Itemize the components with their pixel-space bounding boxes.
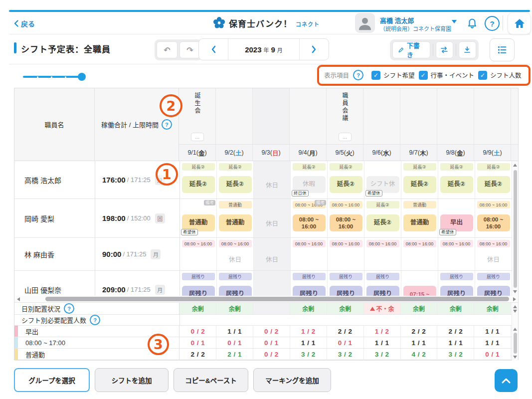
footer-tab-1[interactable]: グループを選択	[14, 368, 90, 392]
shift-chip[interactable]: 居残り	[330, 286, 362, 296]
current-month-label[interactable]: 2023 年 9 月	[228, 39, 300, 60]
display-option-checkbox[interactable]: ✓行事・イベント	[419, 70, 475, 80]
notifications-button[interactable]	[465, 15, 480, 30]
shift-chip[interactable]: 08:00 ~16:00	[293, 214, 326, 231]
summary-scroll-down-icon[interactable]	[513, 356, 517, 359]
shift-chip[interactable]: 延長②	[440, 176, 473, 193]
shift-cell[interactable]: 08:00 ~ 16:00	[291, 238, 328, 270]
event-cell[interactable]	[290, 88, 327, 144]
shift-cell[interactable]: 08:00 ~ 16:00	[180, 238, 217, 270]
shift-chip[interactable]: 延長②	[366, 214, 399, 231]
footer-tab-3[interactable]: コピー&ペースト	[174, 368, 248, 392]
shift-chip[interactable]: 延長②	[403, 176, 436, 193]
shift-cell[interactable]: 08:00 ~ 16:00	[401, 238, 438, 270]
footer-tab-4[interactable]: マーキングを追加	[253, 368, 331, 392]
scroll-to-top-button[interactable]	[495, 369, 518, 392]
checkbox-checked-icon[interactable]: ✓	[419, 71, 428, 80]
shift-chip[interactable]: 延長②	[477, 176, 510, 193]
vertical-scrollbar[interactable]	[512, 161, 518, 296]
shift-cell[interactable]: 08:00 ~ 16:00休日	[217, 238, 254, 270]
shift-cell[interactable]: 延長②延長②	[180, 161, 217, 199]
shift-chip[interactable]: 普通勤	[219, 214, 252, 231]
shift-cell[interactable]: 居残り居残り	[328, 271, 364, 296]
event-more-button[interactable]: …	[339, 133, 352, 141]
need-help-icon[interactable]: ?	[90, 315, 100, 325]
shift-cell[interactable]: 08:00 ~ 16:0008:00 ~16:00	[475, 199, 512, 237]
zoom-slider[interactable]	[23, 76, 82, 78]
scroll-left-arrow-icon[interactable]	[17, 297, 20, 301]
shift-chip[interactable]: 延長②	[219, 176, 252, 193]
event-cell[interactable]	[363, 88, 400, 144]
event-cell[interactable]	[253, 88, 290, 144]
event-cell[interactable]: 職員会議…	[327, 88, 363, 144]
shift-chip[interactable]: 延長②	[182, 176, 215, 193]
scroll-down-arrow-icon[interactable]	[513, 290, 517, 293]
shift-cell[interactable]: 休日	[254, 161, 291, 199]
shift-cell[interactable]: 居残り居残り	[475, 271, 512, 296]
daily-status-help-icon[interactable]: ?	[64, 303, 74, 314]
shift-cell[interactable]: 延長②延長②	[364, 199, 401, 237]
shift-cell[interactable]: 休日	[254, 199, 291, 237]
shift-cell[interactable]: シフト休希望休	[364, 161, 401, 199]
hours-help-icon[interactable]: ?	[162, 119, 172, 130]
event-cell[interactable]	[216, 88, 253, 144]
shift-cell[interactable]: 居残り居残り	[180, 271, 217, 296]
scroll-up-arrow-icon[interactable]	[513, 164, 517, 167]
vertical-scroll-thumb[interactable]	[514, 170, 517, 288]
undo-button[interactable]: ↶	[157, 41, 177, 58]
redo-button[interactable]: ↷	[179, 41, 200, 58]
user-name[interactable]: 高橋 浩太郎	[380, 15, 414, 25]
shift-cell[interactable]: 延長②延長②	[328, 161, 364, 199]
download-button[interactable]	[459, 41, 476, 58]
summary-spin-up-icon[interactable]	[513, 305, 517, 308]
shift-cell[interactable]: 延長②延長②	[475, 161, 512, 199]
summary-spin-down-icon[interactable]	[513, 310, 517, 313]
sync-button[interactable]	[436, 41, 453, 58]
shift-cell[interactable]: 08:00 ~ 16:0008:00 ~16:00備考	[291, 199, 328, 237]
checkbox-checked-icon[interactable]: ✓	[478, 71, 487, 80]
display-option-checkbox[interactable]: ✓シフト人数	[478, 70, 522, 80]
summary-scroll-thumb[interactable]	[514, 333, 517, 354]
display-option-checkbox[interactable]: ✓シフト希望	[371, 70, 415, 80]
slider-handle[interactable]	[78, 73, 86, 81]
avatar[interactable]	[355, 13, 375, 33]
shift-chip[interactable]: 居残り	[293, 286, 326, 296]
user-menu-caret-icon[interactable]	[452, 20, 457, 23]
shift-cell[interactable]	[254, 271, 291, 296]
shift-cell[interactable]: 08:00 ~ 16:0008:00 ~16:00	[328, 199, 364, 237]
event-more-button[interactable]: …	[191, 133, 204, 141]
checkbox-checked-icon[interactable]: ✓	[371, 71, 380, 80]
shift-chip[interactable]: 延長②	[330, 176, 362, 193]
shift-chip[interactable]: 08:00 ~16:00	[330, 214, 362, 231]
event-cell[interactable]	[437, 88, 474, 144]
summary-scrollbar[interactable]	[512, 303, 518, 361]
event-cell[interactable]: 誕生会…	[179, 88, 216, 144]
shift-cell[interactable]: 08:00 ~ 16:00休日	[475, 238, 512, 270]
event-cell[interactable]	[400, 88, 437, 144]
event-cell[interactable]	[474, 88, 511, 144]
shift-cell[interactable]: 居残り居残り	[291, 271, 328, 296]
shift-cell[interactable]: 普通勤普通勤	[401, 199, 438, 237]
home-button[interactable]	[508, 12, 531, 34]
horizontal-scroll-thumb[interactable]	[45, 297, 509, 301]
shift-cell[interactable]: 早出希望休	[438, 199, 475, 237]
shift-chip[interactable]: 居残り	[182, 286, 215, 296]
shift-cell[interactable]: 延長②休暇終日休	[291, 161, 328, 199]
shift-cell[interactable]: 07:15 ~	[401, 271, 438, 296]
shift-cell[interactable]: 延長②延長②	[401, 161, 438, 199]
next-month-button[interactable]	[300, 39, 329, 60]
shift-cell[interactable]: 08:00 ~ 16:00	[438, 238, 475, 270]
list-view-button[interactable]	[490, 38, 515, 61]
shift-cell[interactable]: 休日	[254, 238, 291, 270]
shift-chip[interactable]: 居残り	[219, 286, 252, 296]
horizontal-scrollbar[interactable]	[14, 296, 518, 303]
prev-month-button[interactable]	[199, 39, 228, 60]
shift-cell[interactable]: 延長②延長②	[217, 161, 254, 199]
shift-cell[interactable]: 延長②延長②	[438, 161, 475, 199]
shift-cell[interactable]: 普通勤普通勤	[217, 199, 254, 237]
shift-cell[interactable]: 08:00 ~ 16:00	[328, 238, 364, 270]
draft-button[interactable]: 下書き	[392, 41, 430, 58]
shift-chip[interactable]: 居残り	[366, 286, 399, 296]
shift-chip[interactable]: 08:00 ~16:00	[477, 214, 510, 231]
footer-tab-2[interactable]: シフトを追加	[95, 368, 169, 392]
